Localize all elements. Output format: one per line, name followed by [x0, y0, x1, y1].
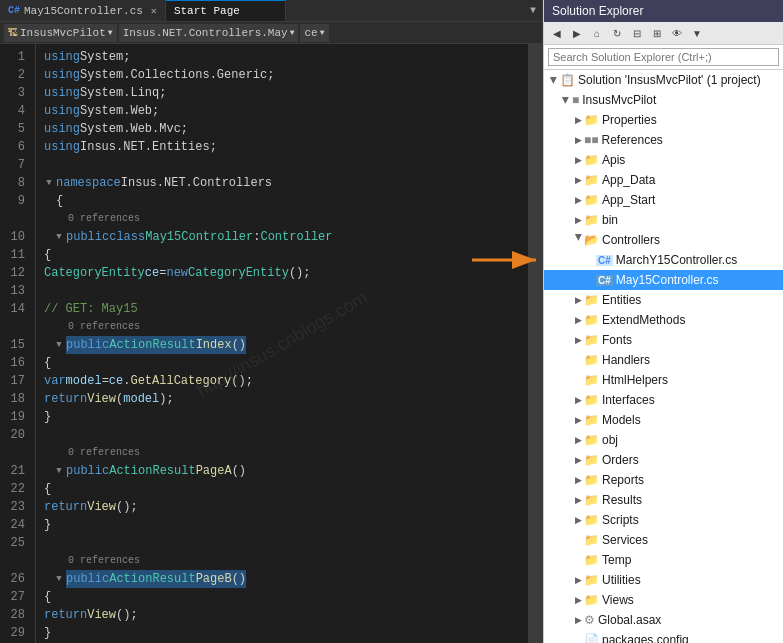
code-line-ref2: 0 references — [44, 318, 520, 336]
fold-15[interactable]: ▼ — [54, 336, 64, 354]
tree-references[interactable]: ▶ ■■ References — [544, 130, 783, 150]
fold-26[interactable]: ▼ — [54, 570, 64, 588]
item-label: Fonts — [602, 333, 632, 347]
fold-8[interactable]: ▼ — [44, 174, 54, 192]
code-line-7 — [44, 156, 520, 174]
tree-fonts[interactable]: ▶ 📁 Fonts — [544, 330, 783, 350]
solution-root[interactable]: ▶ 📋 Solution 'InsusMvcPilot' (1 project) — [544, 70, 783, 90]
code-line-19: } — [44, 408, 520, 426]
if-arrow: ▶ — [572, 394, 584, 406]
item-label: Apis — [602, 153, 625, 167]
tree-extend-methods[interactable]: ▶ 📁 ExtendMethods — [544, 310, 783, 330]
code-line-24: } — [44, 516, 520, 534]
code-line-3: using System.Linq; — [44, 84, 520, 102]
project-icon: 🏗 — [8, 27, 18, 39]
code-line-2: using System.Collections.Generic; — [44, 66, 520, 84]
forward-button[interactable]: ▶ — [568, 24, 586, 42]
tab-may15controller[interactable]: C# May15Controller.cs ✕ — [0, 0, 166, 21]
code-line-25 — [44, 534, 520, 552]
member-arrow: ▼ — [320, 28, 325, 37]
tab-close-icon[interactable]: ✕ — [151, 5, 157, 17]
tree-models[interactable]: ▶ 📁 Models — [544, 410, 783, 430]
nav-bar: 🏗 InsusMvcPilot ▼ Insus.NET.Controllers.… — [0, 22, 542, 44]
fold-21[interactable]: ▼ — [54, 462, 64, 480]
tree-handlers[interactable]: 📁 Handlers — [544, 350, 783, 370]
tab-start-page[interactable]: Start Page — [166, 0, 286, 21]
refresh-button[interactable]: ↻ — [608, 24, 626, 42]
tree-obj[interactable]: ▶ 📁 obj — [544, 430, 783, 450]
tree-utilities[interactable]: ▶ 📁 Utilities — [544, 570, 783, 590]
tree-html-helpers[interactable]: 📁 HtmlHelpers — [544, 370, 783, 390]
back-button[interactable]: ◀ — [548, 24, 566, 42]
item-label: Controllers — [602, 233, 660, 247]
refs-arrow: ▶ — [572, 134, 584, 146]
home-button[interactable]: ⌂ — [588, 24, 606, 42]
tree-march-cs[interactable]: C# MarchY15Controller.cs — [544, 250, 783, 270]
properties-button[interactable]: ⊞ — [648, 24, 666, 42]
filters-button[interactable]: ▼ — [688, 24, 706, 42]
tree-packages-config[interactable]: 📄 packages.config — [544, 630, 783, 643]
folder-icon: 📁 — [584, 413, 599, 427]
tree-reports[interactable]: ▶ 📁 Reports — [544, 470, 783, 490]
folder-icon: 📁 — [584, 393, 599, 407]
namespace-label: Insus.NET.Controllers.May — [123, 27, 288, 39]
tab-dropdown[interactable]: ▼ — [524, 0, 542, 21]
project-icon: ■ — [572, 93, 579, 107]
item-label: Views — [602, 593, 634, 607]
folder-icon: 📁 — [584, 533, 599, 547]
item-label: Orders — [602, 453, 639, 467]
ref-icon: ■■ — [584, 133, 599, 147]
search-input[interactable] — [548, 48, 779, 66]
tree-results[interactable]: ▶ 📁 Results — [544, 490, 783, 510]
tree-bin[interactable]: ▶ 📁 bin — [544, 210, 783, 230]
tree-temp[interactable]: 📁 Temp — [544, 550, 783, 570]
editor-scrollbar[interactable] — [528, 44, 542, 643]
code-line-28: return View(); — [44, 606, 520, 624]
entities-arrow: ▶ — [572, 294, 584, 306]
tree-interfaces[interactable]: ▶ 📁 Interfaces — [544, 390, 783, 410]
member-dropdown[interactable]: ce ▼ — [300, 24, 328, 42]
code-line-ref1: 0 references — [44, 210, 520, 228]
tree-scripts[interactable]: ▶ 📁 Scripts — [544, 510, 783, 530]
tree-views[interactable]: ▶ 📁 Views — [544, 590, 783, 610]
config-icon: 📄 — [584, 633, 599, 643]
folder-icon: 📁 — [584, 433, 599, 447]
show-all-button[interactable]: 👁 — [668, 24, 686, 42]
appstart-arrow: ▶ — [572, 194, 584, 206]
code-line-29: } — [44, 624, 520, 642]
dropdown-arrow: ▼ — [108, 28, 113, 37]
code-line-6: using Insus.NET.Entities; — [44, 138, 520, 156]
tree-orders[interactable]: ▶ 📁 Orders — [544, 450, 783, 470]
tree-entities[interactable]: ▶ 📁 Entities — [544, 290, 783, 310]
code-line-13 — [44, 282, 520, 300]
cs-file-icon: C# — [8, 5, 20, 16]
solution-expand-arrow: ▶ — [548, 74, 560, 86]
solution-label: Solution 'InsusMvcPilot' (1 project) — [578, 73, 761, 87]
namespace-dropdown[interactable]: Insus.NET.Controllers.May ▼ — [119, 24, 299, 42]
tree-global-asax[interactable]: ▶ ⚙ Global.asax — [544, 610, 783, 630]
cs-icon: C# — [596, 255, 613, 266]
item-label: Interfaces — [602, 393, 655, 407]
folder-icon: 📁 — [584, 293, 599, 307]
editor-content: 1 2 3 4 5 6 7 8 9 10 11 12 13 14 15 16 1… — [0, 44, 542, 643]
tree-controllers[interactable]: ▶ 📂 Controllers — [544, 230, 783, 250]
code-line-21: ▼ public ActionResult PageA() — [44, 462, 520, 480]
code-line-8: ▼ namespace Insus.NET.Controllers — [44, 174, 520, 192]
tree-app-start[interactable]: ▶ 📁 App_Start — [544, 190, 783, 210]
tree-may-cs[interactable]: C# May15Controller.cs — [544, 270, 783, 290]
orders-arrow: ▶ — [572, 454, 584, 466]
folder-icon: 📁 — [584, 473, 599, 487]
code-line-15: ▼ public ActionResult Index() — [44, 336, 520, 354]
tree-apis[interactable]: ▶ 📁 Apis — [544, 150, 783, 170]
code-editor[interactable]: http://insus.cnblogs.com using System; u… — [36, 44, 528, 643]
collapse-button[interactable]: ⊟ — [628, 24, 646, 42]
tree-properties[interactable]: ▶ 📁 Properties — [544, 110, 783, 130]
tree-services[interactable]: 📁 Services — [544, 530, 783, 550]
tab-start-label: Start Page — [174, 5, 240, 17]
fold-10[interactable]: ▼ — [54, 228, 64, 246]
project-dropdown[interactable]: 🏗 InsusMvcPilot ▼ — [4, 24, 117, 42]
scripts-arrow: ▶ — [572, 514, 584, 526]
project-root[interactable]: ▶ ■ InsusMvcPilot — [544, 90, 783, 110]
tree-app-data[interactable]: ▶ 📁 App_Data — [544, 170, 783, 190]
folder-icon: 📁 — [584, 153, 599, 167]
